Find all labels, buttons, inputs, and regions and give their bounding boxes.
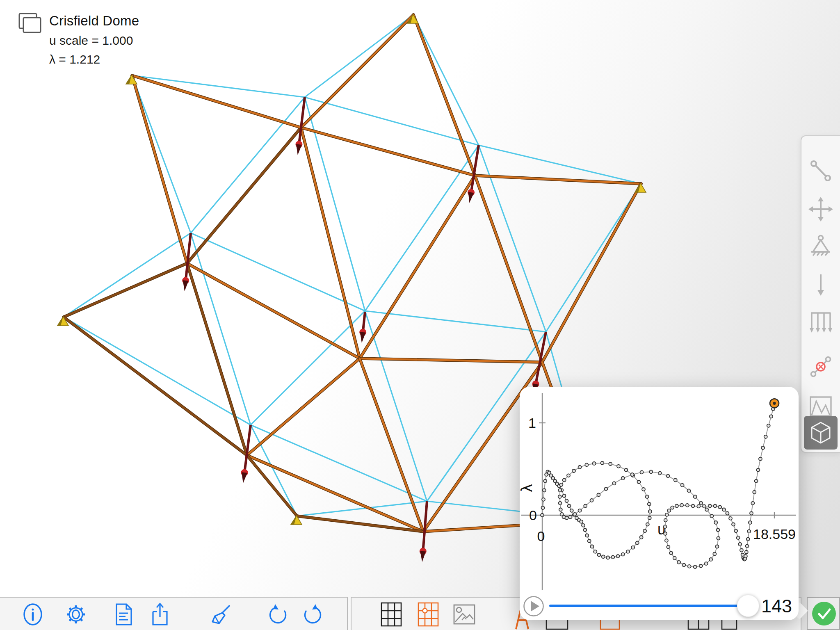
step-slider-track[interactable] [549, 605, 739, 607]
curve-point [699, 502, 703, 505]
member-deformed [360, 176, 475, 358]
curve-point [598, 553, 601, 557]
undo-button[interactable] [265, 598, 293, 630]
curve-point [665, 513, 669, 516]
confirm-button[interactable] [812, 602, 836, 625]
share-button[interactable] [146, 598, 174, 630]
curve-point [600, 461, 604, 465]
redo-button[interactable] [297, 598, 326, 630]
tool-support[interactable] [804, 230, 838, 263]
info-icon [22, 603, 43, 626]
curve-point [717, 536, 720, 540]
curve [541, 402, 776, 568]
load-arrow-head [296, 144, 302, 155]
member-undeformed [546, 184, 641, 332]
curve-point [605, 487, 608, 491]
curve-point [732, 523, 735, 526]
confirm-panel [807, 597, 840, 630]
curve-point [559, 483, 563, 486]
image-icon [453, 604, 476, 625]
curve-point [761, 446, 765, 450]
curve-point [612, 482, 616, 485]
curve-point [751, 502, 754, 505]
tool-remove-member[interactable] [804, 350, 838, 383]
curve-point [694, 495, 697, 498]
member-deformed [542, 184, 641, 362]
curve-point [667, 474, 670, 477]
play-button[interactable] [523, 596, 544, 617]
clean-button[interactable] [206, 598, 235, 630]
clean-brush-icon [209, 603, 232, 626]
document-button[interactable] [110, 598, 138, 630]
curve-point [714, 504, 717, 508]
curve-point [543, 488, 546, 492]
x-tick-label-max: 18.559 [753, 526, 796, 542]
curve-point [664, 518, 667, 522]
member-undeformed [365, 311, 427, 501]
curve-point [664, 525, 667, 528]
member-deformed [247, 455, 297, 516]
member-deformed [64, 263, 187, 317]
tool-view-3d[interactable] [804, 416, 838, 450]
curve-point [750, 512, 753, 515]
curve-point [572, 469, 575, 472]
curve-point [713, 552, 716, 556]
step-readout: 143 [761, 596, 797, 617]
curve-point [578, 509, 582, 512]
tool-move[interactable] [804, 192, 838, 226]
grid-view-button[interactable] [377, 598, 406, 630]
checkmark-icon [812, 602, 836, 625]
member-undeformed [132, 75, 191, 233]
image-view-button[interactable] [450, 598, 479, 630]
curve-point [649, 470, 653, 473]
x-tick-label-0: 0 [537, 528, 545, 544]
step-slider-thumb[interactable] [737, 595, 759, 617]
curve-point [667, 509, 671, 512]
curve-point [674, 479, 677, 482]
load-arrow-head [468, 192, 474, 203]
curve-point [675, 504, 678, 508]
curve-point [590, 499, 593, 502]
curve-point [541, 506, 545, 509]
y-axis-label: λ [520, 484, 535, 492]
grid-node-view-button[interactable] [414, 598, 443, 630]
curve-point [542, 498, 545, 501]
tool-sidebar [801, 135, 840, 453]
curve-point [753, 491, 756, 494]
view-3d-cube-icon [808, 420, 834, 446]
member-deformed [475, 176, 641, 184]
member-undeformed [191, 97, 305, 233]
curve-point [609, 462, 612, 466]
curve-point [699, 564, 703, 568]
point-load-icon [808, 272, 833, 297]
load-arrow-head [183, 280, 189, 291]
member-deformed [64, 317, 247, 455]
tool-distributed-load[interactable] [804, 306, 838, 339]
curve-point [646, 495, 649, 498]
curve-point [584, 504, 587, 508]
plot-icon [808, 394, 833, 419]
member-deformed [301, 128, 360, 358]
layers-windows-icon[interactable] [18, 12, 43, 34]
curve-point [648, 516, 651, 520]
curve-point [687, 489, 691, 492]
curve-point [722, 508, 726, 511]
curve-point [631, 546, 635, 549]
curve-point [541, 514, 544, 517]
tool-member[interactable] [804, 154, 838, 188]
tool-point-load[interactable] [804, 268, 838, 301]
curve-point [621, 553, 625, 556]
curve-point [559, 508, 562, 511]
member-line-icon [808, 159, 833, 183]
curve-point [582, 524, 585, 527]
curve-point [570, 509, 573, 512]
settings-button[interactable] [62, 598, 90, 630]
curve-point [667, 546, 670, 549]
curve-point [769, 415, 773, 418]
equilibrium-path-chart: 1 0 0 18.559 u λ [520, 387, 799, 620]
curve-point [665, 539, 668, 542]
info-button[interactable] [18, 598, 47, 630]
y-tick-label-0: 0 [529, 507, 537, 523]
current-point-marker[interactable] [770, 399, 779, 408]
curve-point [729, 517, 732, 520]
